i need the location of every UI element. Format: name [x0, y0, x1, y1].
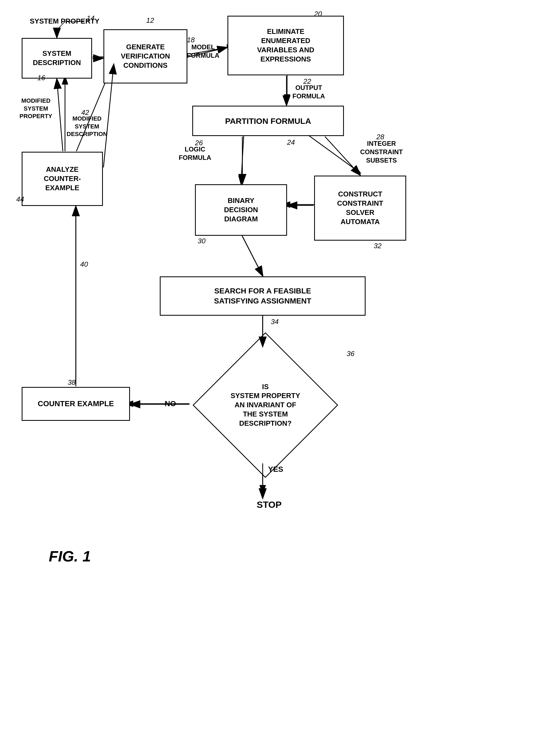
yes-label: YES [268, 465, 283, 474]
eliminate-box: ELIMINATEENUMERATEDVARIABLES ANDEXPRESSI… [227, 16, 344, 75]
model-formula-label: MODELFORMULA [187, 43, 219, 60]
search-box: SEARCH FOR A FEASIBLESATISFYING ASSIGNME… [160, 276, 366, 316]
stop-label: STOP [257, 499, 282, 511]
id-44: 44 [16, 195, 24, 203]
generate-vc-text: GENERATEVERIFICATIONCONDITIONS [121, 43, 170, 70]
id-30: 30 [198, 237, 206, 245]
diamond-text: ISSYSTEM PROPERTYAN INVARIANT OFTHE SYST… [230, 383, 300, 428]
eliminate-text: ELIMINATEENUMERATEDVARIABLES ANDEXPRESSI… [257, 27, 314, 64]
fig-label: FIG. 1 [49, 547, 91, 565]
id-14: 14 [87, 14, 95, 22]
modified-system-description-label: MODIFIEDSYSTEMDESCRIPTION [67, 115, 107, 138]
id-24: 24 [287, 138, 295, 147]
output-formula-label: OUTPUTFORMULA [292, 83, 325, 100]
binary-dd-text: BINARYDECISIONDIAGRAM [224, 196, 258, 223]
system-description-text: SYSTEMDESCRIPTION [33, 49, 81, 67]
svg-line-8 [241, 233, 263, 276]
partition-text: PARTITION FORMULA [225, 116, 311, 126]
system-description-box: SYSTEMDESCRIPTION [22, 38, 92, 79]
binary-dd-box: BINARYDECISIONDIAGRAM [195, 184, 287, 236]
id-34: 34 [271, 317, 279, 326]
construct-box: CONSTRUCTCONSTRAINTSOLVERAUTOMATA [314, 176, 406, 241]
svg-line-7 [309, 135, 360, 173]
id-32: 32 [374, 242, 382, 250]
flowchart-diagram: SYSTEM PROPERTY 14 12 20 SYSTEMDESCRIPTI… [0, 0, 560, 730]
generate-vc-box: GENERATEVERIFICATIONCONDITIONS [103, 29, 187, 83]
no-label: NO [165, 399, 176, 409]
decision-diamond: ISSYSTEM PROPERTYAN INVARIANT OFTHE SYST… [190, 347, 341, 463]
id-36: 36 [347, 349, 354, 358]
id-38: 38 [68, 378, 76, 387]
partition-box: PARTITION FORMULA [192, 106, 344, 136]
id-12: 12 [146, 16, 154, 25]
svg-line-6 [241, 135, 244, 184]
analyze-text: ANALYZECOUNTER-EXAMPLE [44, 165, 81, 192]
integer-constraint-label: INTEGERCONSTRAINTSUBSETS [360, 139, 403, 165]
construct-text: CONSTRUCTCONSTRAINTSOLVERAUTOMATA [337, 190, 383, 226]
counter-example-text: COUNTER EXAMPLE [38, 399, 114, 409]
logic-formula-label: LOGICFORMULA [179, 145, 211, 162]
counter-example-box: COUNTER EXAMPLE [22, 387, 130, 421]
id-16: 16 [37, 74, 45, 82]
modified-system-property-label: MODIFIEDSYSTEMPROPERTY [19, 97, 52, 120]
analyze-box: ANALYZECOUNTER-EXAMPLE [22, 152, 103, 206]
id-40: 40 [80, 260, 88, 268]
search-text: SEARCH FOR A FEASIBLESATISFYING ASSIGNME… [214, 286, 311, 306]
